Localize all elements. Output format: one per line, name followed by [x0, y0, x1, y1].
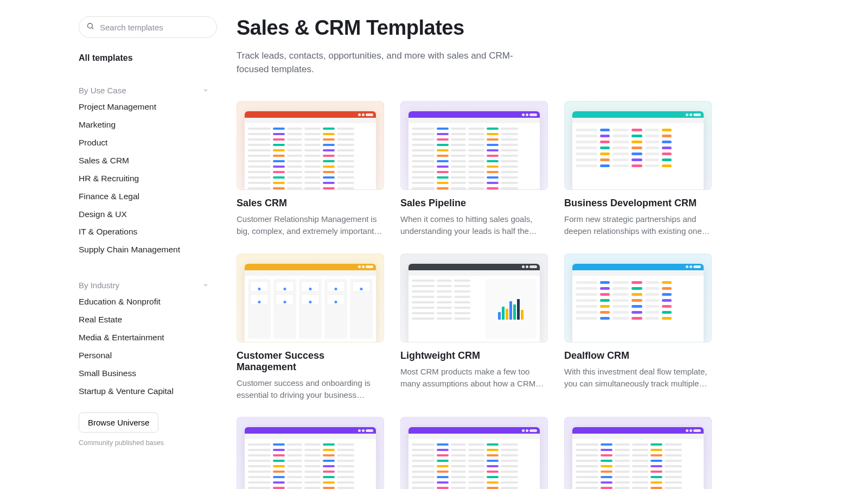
mock-app-body	[245, 276, 376, 342]
mock-app-body	[572, 276, 704, 342]
mock-app-subheader	[245, 270, 376, 276]
sidebar-item-design-ux[interactable]: Design & UX	[79, 206, 214, 224]
mock-app-body	[572, 439, 704, 489]
sidebar-scroll[interactable]: All templates By Use Case Project Manage…	[79, 53, 217, 398]
page-description: Track leads, contacts, opportunities, an…	[237, 49, 519, 76]
mock-app-header	[409, 264, 540, 270]
chevron-down-icon	[202, 281, 209, 290]
sidebar-item-startup-venture-capital[interactable]: Startup & Venture Capital	[79, 383, 214, 398]
mock-app-subheader	[572, 270, 704, 276]
template-title: Lightweight CRM	[400, 350, 548, 361]
mock-app-header	[245, 111, 376, 118]
section-industry: By Industry Education & NonprofitReal Es…	[79, 277, 214, 398]
template-title: Customer Success Management	[237, 350, 384, 373]
sidebar-item-marketing[interactable]: Marketing	[79, 116, 214, 134]
template-thumb	[400, 417, 548, 489]
section-header-industry[interactable]: By Industry	[79, 277, 213, 293]
sidebar-item-hr-recruiting[interactable]: HR & Recruiting	[79, 170, 214, 188]
mock-app-header	[572, 427, 704, 434]
template-card-template[interactable]	[400, 417, 548, 489]
svg-line-1	[92, 28, 93, 29]
search-input[interactable]	[79, 16, 217, 38]
template-thumb	[564, 417, 712, 489]
sidebar-item-personal[interactable]: Personal	[79, 347, 214, 365]
mock-app-header	[409, 111, 540, 118]
template-card-template[interactable]	[564, 417, 712, 489]
mock-app-subheader	[245, 434, 376, 439]
template-card-lightweight-crm[interactable]: Lightweight CRM Most CRM products make a…	[400, 253, 548, 401]
search-wrap	[79, 16, 217, 38]
template-description: Customer success and onboarding is essen…	[237, 377, 384, 401]
sidebar-item-supply-chain-management[interactable]: Supply Chain Management	[79, 241, 214, 259]
section-use-case: By Use Case Project ManagementMarketingP…	[79, 82, 214, 259]
sidebar-item-product[interactable]: Product	[79, 134, 214, 152]
sidebar-item-media-entertainment[interactable]: Media & Entertainment	[79, 329, 214, 347]
mock-app-body	[409, 276, 540, 342]
sidebar-item-small-business[interactable]: Small Business	[79, 365, 214, 383]
community-label: Community published bases	[79, 439, 164, 447]
svg-point-0	[88, 23, 93, 28]
mock-app-body	[572, 123, 704, 189]
template-grid: Sales CRM Customer Relationship Manageme…	[237, 101, 846, 489]
template-card-sales-crm[interactable]: Sales CRM Customer Relationship Manageme…	[237, 101, 384, 237]
template-title: Sales CRM	[237, 198, 384, 209]
mock-app-header	[245, 427, 376, 434]
template-description: When it comes to hitting sales goals, un…	[400, 213, 548, 237]
template-description: With this investment deal flow template,…	[564, 366, 712, 390]
sidebar-item-sales-crm[interactable]: Sales & CRM	[79, 152, 214, 170]
main-content: Sales & CRM Templates Track leads, conta…	[217, 0, 868, 489]
mock-app-header	[409, 427, 540, 434]
mock-app-header	[572, 111, 704, 118]
mock-app-preview	[245, 111, 376, 189]
browse-universe-button[interactable]: Browse Universe	[79, 412, 158, 433]
mock-app-preview	[572, 264, 704, 342]
template-thumb	[237, 253, 384, 342]
sidebar-item-project-management[interactable]: Project Management	[79, 98, 214, 116]
template-thumb	[564, 101, 712, 190]
template-card-business-development-crm[interactable]: Business Development CRM Form new strate…	[564, 101, 712, 237]
search-icon	[86, 22, 94, 33]
sidebar-footer: Browse Universe Community published base…	[79, 412, 164, 447]
mock-app-header	[572, 264, 704, 270]
mock-app-preview	[409, 264, 540, 342]
chevron-down-icon	[202, 86, 209, 95]
mock-app-preview	[409, 427, 540, 489]
sidebar-item-finance-legal[interactable]: Finance & Legal	[79, 188, 214, 206]
mock-app-subheader	[572, 434, 704, 439]
mock-app-preview	[572, 427, 704, 489]
mock-app-subheader	[409, 434, 540, 439]
template-title: Dealflow CRM	[564, 350, 712, 361]
template-title: Business Development CRM	[564, 198, 712, 209]
sidebar-item-real-estate[interactable]: Real Estate	[79, 311, 214, 329]
mock-app-body	[409, 439, 540, 489]
template-description: Customer Relationship Management is big,…	[237, 213, 384, 237]
mock-app-subheader	[409, 270, 540, 276]
mock-app-body	[409, 123, 540, 189]
template-thumb	[564, 253, 712, 342]
sidebar-all-templates[interactable]: All templates	[79, 53, 214, 63]
mock-app-preview	[245, 264, 376, 342]
template-thumb	[237, 101, 384, 190]
mock-app-subheader	[245, 118, 376, 123]
template-thumb	[237, 417, 384, 489]
template-card-sales-pipeline[interactable]: Sales Pipeline When it comes to hitting …	[400, 101, 548, 237]
template-thumb	[400, 253, 548, 342]
template-card-template[interactable]	[237, 417, 384, 489]
template-card-dealflow-crm[interactable]: Dealflow CRM With this investment deal f…	[564, 253, 712, 401]
section-header-use-case[interactable]: By Use Case	[79, 82, 213, 98]
template-title: Sales Pipeline	[400, 198, 548, 209]
page-title: Sales & CRM Templates	[237, 16, 846, 40]
template-card-customer-success-management[interactable]: Customer Success Management Customer suc…	[237, 253, 384, 401]
mock-app-body	[245, 123, 376, 189]
template-description: Most CRM products make a few too many as…	[400, 366, 548, 390]
sidebar-item-it-operations[interactable]: IT & Operations	[79, 223, 214, 241]
template-description: Form new strategic partnerships and deep…	[564, 213, 712, 237]
sidebar-item-education-nonprofit[interactable]: Education & Nonprofit	[79, 293, 214, 311]
section-label: By Use Case	[79, 86, 126, 95]
section-label: By Industry	[79, 281, 119, 290]
mock-app-subheader	[409, 118, 540, 123]
mock-app-preview	[572, 111, 704, 189]
mock-app-subheader	[572, 118, 704, 123]
template-thumb	[400, 101, 548, 190]
mock-app-preview	[245, 427, 376, 489]
